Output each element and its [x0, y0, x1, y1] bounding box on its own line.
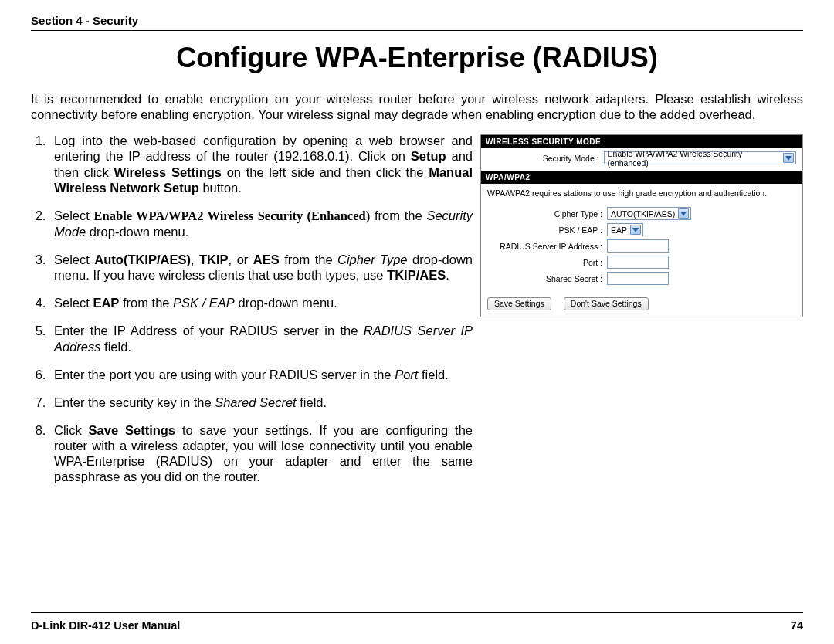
panel-heading-wireless-security-mode: WIRELESS SECURITY MODE	[481, 135, 802, 148]
step-4: Select EAP from the PSK / EAP drop-down …	[49, 295, 473, 310]
text: from the	[280, 253, 337, 266]
bottom-divider	[31, 612, 803, 613]
psk-eap-value: EAP	[611, 225, 627, 235]
bold-enable-wpa: Enable WPA/WPA2 Wireless Security (Enhan…	[94, 208, 371, 223]
shared-secret-label: Shared Secret :	[487, 274, 607, 283]
text: on the left side and then click the	[222, 165, 429, 179]
psk-eap-label: PSK / EAP :	[487, 225, 607, 235]
router-settings-panel: WIRELESS SECURITY MODE Security Mode : E…	[480, 134, 803, 317]
bold-auto-tkip-aes: Auto(TKIP/AES)	[94, 253, 191, 266]
text: button.	[199, 181, 242, 195]
shared-secret-input[interactable]	[607, 272, 669, 285]
security-mode-select[interactable]: Enable WPA/WPA2 Wireless Security (enhan…	[604, 151, 796, 164]
page-title: Configure WPA-Enterprise (RADIUS)	[31, 42, 803, 74]
step-8: Click Save Settings to save your setting…	[49, 422, 473, 485]
text: from the	[370, 208, 426, 222]
text: ,	[191, 253, 199, 266]
step-6: Enter the port you are using with your R…	[49, 367, 473, 382]
text: Select	[54, 296, 93, 310]
cipher-type-value: AUTO(TKIP/AES)	[611, 209, 675, 219]
step-1: Log into the web-based configuration by …	[49, 133, 473, 195]
step-3: Select Auto(TKIP/AES), TKIP, or AES from…	[49, 252, 473, 283]
radius-ip-label: RADIUS Server IP Address :	[487, 242, 607, 251]
chevron-down-icon	[783, 153, 794, 163]
text: field.	[297, 395, 327, 409]
text: drop-down menu.	[235, 296, 337, 310]
chevron-down-icon	[678, 208, 689, 219]
footer-page-number: 74	[791, 619, 803, 632]
italic-psk-eap: PSK / EAP	[173, 296, 235, 310]
text: .	[446, 268, 449, 282]
bold-save-settings: Save Settings	[89, 423, 175, 437]
top-divider	[31, 30, 803, 31]
instructions-column: Log into the web-based configuration by …	[31, 133, 473, 497]
text: Enter the port you are using with your R…	[54, 368, 395, 381]
text: , or	[229, 253, 253, 266]
text: Select	[54, 208, 94, 222]
save-settings-button[interactable]: Save Settings	[487, 297, 551, 310]
cipher-type-label: Cipher Type :	[487, 209, 607, 219]
port-input[interactable]	[607, 256, 669, 269]
text: Click	[54, 423, 89, 437]
cipher-type-select[interactable]: AUTO(TKIP/AES)	[607, 207, 691, 220]
port-label: Port :	[487, 258, 607, 267]
chevron-down-icon	[630, 225, 641, 235]
step-7: Enter the security key in the Shared Sec…	[49, 395, 473, 410]
text: Enter the IP Address of your RADIUS serv…	[54, 324, 364, 337]
bold-eap: EAP	[93, 296, 119, 310]
bold-setup: Setup	[411, 149, 446, 163]
psk-eap-select[interactable]: EAP	[607, 223, 643, 236]
panel-note: WPA/WPA2 requires stations to use high g…	[481, 184, 802, 205]
italic-shared-secret: Shared Secret	[215, 395, 296, 409]
text: Log into the web-based configuration by …	[54, 134, 473, 163]
footer-manual-name: D-Link DIR-412 User Manual	[31, 619, 180, 632]
step-2: Select Enable WPA/WPA2 Wireless Security…	[49, 208, 473, 239]
bold-aes: AES	[253, 253, 280, 266]
text: from the	[119, 296, 173, 310]
section-header: Section 4 - Security	[31, 14, 803, 29]
bold-wireless-settings: Wireless Settings	[114, 165, 222, 179]
security-mode-value: Enable WPA/WPA2 Wireless Security (enhan…	[608, 149, 781, 168]
text: Enter the security key in the	[54, 395, 215, 409]
text: field.	[101, 340, 131, 354]
text: Select	[54, 253, 94, 266]
italic-port: Port	[395, 368, 418, 381]
security-mode-label: Security Mode :	[487, 154, 604, 163]
text: drop-down menu.	[86, 225, 188, 239]
intro-paragraph: It is recommended to enable encryption o…	[31, 91, 803, 122]
bold-tkip-aes: TKIP/AES	[387, 268, 446, 282]
panel-heading-wpa-wpa2: WPA/WPA2	[481, 171, 802, 184]
bold-tkip: TKIP	[199, 253, 229, 266]
text: field.	[418, 368, 448, 381]
italic-cipher-type: Cipher Type	[337, 253, 408, 266]
dont-save-settings-button[interactable]: Don't Save Settings	[564, 297, 649, 310]
radius-ip-input[interactable]	[607, 239, 669, 253]
step-5: Enter the IP Address of your RADIUS serv…	[49, 323, 473, 354]
